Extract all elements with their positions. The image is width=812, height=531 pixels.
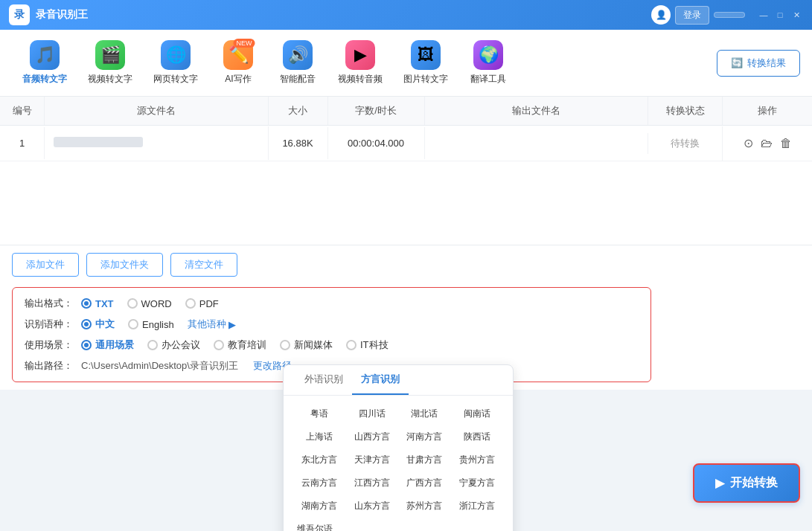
tab-dialect[interactable]: 方言识别 bbox=[352, 365, 409, 395]
table-area: 编号 源文件名 大小 字数/时长 输出文件名 转换状态 操作 1 16.88K … bbox=[0, 97, 812, 245]
nav-video-label: 视频转文字 bbox=[88, 73, 132, 86]
nav-ai[interactable]: NEW ✏️ AI写作 bbox=[208, 37, 268, 88]
login-button[interactable]: 登录 bbox=[675, 6, 709, 25]
preview-icon[interactable]: ⊙ bbox=[744, 136, 753, 150]
v2a-icon: ▶ bbox=[345, 40, 375, 70]
cell-size: 16.88K bbox=[269, 127, 328, 159]
delete-icon[interactable]: 🗑 bbox=[780, 137, 792, 150]
nav-img[interactable]: 🖼 图片转文字 bbox=[393, 37, 458, 88]
add-file-button[interactable]: 添加文件 bbox=[12, 253, 79, 277]
format-word-radio[interactable] bbox=[127, 298, 138, 309]
tts-icon: 🔊 bbox=[283, 40, 313, 70]
minimize-button[interactable]: — bbox=[757, 8, 770, 22]
col-size: 大小 bbox=[269, 97, 328, 125]
dialect-zhejiang[interactable]: 浙江方言 bbox=[453, 497, 502, 515]
lang-popup: 外语识别 方言识别 粤语 四川话 湖北话 闽南话 上海话 山西方言 河南方言 陕… bbox=[283, 364, 514, 531]
nav-img-label: 图片转文字 bbox=[403, 73, 448, 86]
nav-v2a[interactable]: ▶ 视频转音频 bbox=[327, 37, 393, 88]
cell-duration: 00:00:04.000 bbox=[328, 127, 425, 159]
lang-zh[interactable]: 中文 bbox=[81, 318, 115, 331]
dialect-hunan[interactable]: 湖南方言 bbox=[295, 497, 344, 515]
dialect-minnan[interactable]: 闽南话 bbox=[453, 405, 502, 423]
dialect-gansu[interactable]: 甘肃方言 bbox=[400, 451, 449, 469]
scene-row: 使用场景： 通用场景 办公会议 教育培训 bbox=[25, 338, 639, 352]
dialect-jiangxi[interactable]: 江西方言 bbox=[348, 474, 397, 492]
nav-audio[interactable]: 🎵 音频转文字 bbox=[12, 37, 77, 88]
cell-id: 1 bbox=[0, 127, 45, 159]
trans-icon: 🌍 bbox=[473, 40, 503, 70]
lang-options: 中文 English 其他语种 ▶ bbox=[81, 318, 236, 331]
nav-ai-label: AI写作 bbox=[225, 73, 251, 86]
dialect-shaanxi[interactable]: 陕西话 bbox=[453, 428, 502, 446]
nav-tts[interactable]: 🔊 智能配音 bbox=[268, 37, 327, 88]
convert-result-button[interactable]: 🔄 转换结果 bbox=[717, 50, 800, 77]
scene-label: 使用场景： bbox=[25, 338, 75, 352]
nav-web-label: 网页转文字 bbox=[153, 73, 198, 86]
nav-trans-label: 翻译工具 bbox=[470, 73, 506, 86]
other-lang-link[interactable]: 其他语种 ▶ bbox=[188, 318, 236, 331]
lang-label: 识别语种： bbox=[25, 318, 75, 331]
path-value: C:\Users\Admin\Desktop\录音识别王 bbox=[81, 359, 238, 373]
scene-media-radio[interactable] bbox=[280, 340, 290, 350]
dialect-dongbei[interactable]: 东北方言 bbox=[295, 451, 344, 469]
format-row: 输出格式： TXT WORD PDF bbox=[25, 297, 639, 310]
dialect-shandong[interactable]: 山东方言 bbox=[348, 497, 397, 515]
start-button-area: ▶ 开始转换 bbox=[693, 463, 800, 503]
dialect-shanxi[interactable]: 山西方言 bbox=[348, 428, 397, 446]
dialect-sichuan[interactable]: 四川话 bbox=[348, 405, 397, 423]
chevron-right-icon: ▶ bbox=[228, 319, 236, 330]
cell-actions: ⊙ 🗁 🗑 bbox=[723, 126, 812, 161]
maximize-button[interactable]: □ bbox=[773, 8, 787, 22]
dialect-hubei[interactable]: 湖北话 bbox=[400, 405, 449, 423]
dialect-cantonese[interactable]: 粤语 bbox=[295, 405, 344, 423]
lang-en[interactable]: English bbox=[128, 319, 174, 330]
tab-foreign[interactable]: 外语识别 bbox=[295, 365, 352, 395]
scene-it-radio[interactable] bbox=[346, 340, 357, 350]
dialect-guizhou[interactable]: 贵州方言 bbox=[453, 451, 502, 469]
dialect-yunnan[interactable]: 云南方言 bbox=[295, 474, 344, 492]
lang-zh-label: 中文 bbox=[95, 318, 115, 331]
scene-meeting[interactable]: 办公会议 bbox=[147, 338, 200, 352]
refresh-icon: 🔄 bbox=[731, 57, 743, 68]
close-button[interactable]: ✕ bbox=[790, 8, 803, 22]
col-id: 编号 bbox=[0, 97, 45, 125]
dialect-suzhou[interactable]: 苏州方言 bbox=[400, 497, 449, 515]
clear-button[interactable]: 清空文件 bbox=[170, 253, 237, 277]
format-pdf-radio[interactable] bbox=[185, 298, 196, 309]
start-convert-button[interactable]: ▶ 开始转换 bbox=[693, 463, 800, 503]
scene-edu-radio[interactable] bbox=[214, 340, 224, 350]
format-word-label: WORD bbox=[141, 298, 172, 309]
lang-en-radio[interactable] bbox=[128, 319, 138, 329]
format-options: TXT WORD PDF bbox=[81, 298, 219, 309]
format-txt[interactable]: TXT bbox=[81, 298, 114, 309]
add-folder-button[interactable]: 添加文件夹 bbox=[86, 253, 163, 277]
dialect-shanghai[interactable]: 上海话 bbox=[295, 428, 344, 446]
format-txt-radio[interactable] bbox=[81, 298, 92, 309]
username-box bbox=[714, 12, 745, 18]
scene-media[interactable]: 新闻媒体 bbox=[280, 338, 333, 352]
dialect-uyghur[interactable]: 维吾尔语 bbox=[295, 520, 501, 531]
dialect-henan[interactable]: 河南方言 bbox=[400, 428, 449, 446]
nav-trans[interactable]: 🌍 翻译工具 bbox=[458, 37, 518, 88]
app-title: 录音识别王 bbox=[36, 8, 651, 22]
format-word[interactable]: WORD bbox=[127, 298, 172, 309]
scene-general[interactable]: 通用场景 bbox=[81, 338, 134, 352]
scene-meeting-radio[interactable] bbox=[147, 340, 158, 350]
scene-it[interactable]: IT科技 bbox=[346, 338, 389, 352]
col-duration: 字数/时长 bbox=[328, 97, 425, 125]
nav-video[interactable]: 🎬 视频转文字 bbox=[77, 37, 143, 88]
action-buttons: ⊙ 🗁 🗑 bbox=[732, 136, 803, 150]
format-pdf[interactable]: PDF bbox=[185, 298, 219, 309]
dialect-ningxia[interactable]: 宁夏方言 bbox=[453, 474, 502, 492]
scene-general-radio[interactable] bbox=[81, 340, 92, 350]
dialect-tianjin[interactable]: 天津方言 bbox=[348, 451, 397, 469]
nav-web[interactable]: 🌐 网页转文字 bbox=[143, 37, 208, 88]
folder-icon[interactable]: 🗁 bbox=[761, 137, 773, 150]
dialect-guangxi[interactable]: 广西方言 bbox=[400, 474, 449, 492]
start-label: 开始转换 bbox=[730, 475, 778, 491]
col-status: 转换状态 bbox=[648, 97, 723, 125]
play-icon: ▶ bbox=[715, 476, 724, 490]
scene-edu[interactable]: 教育培训 bbox=[214, 338, 266, 352]
window-controls: — □ ✕ bbox=[757, 8, 803, 22]
lang-zh-radio[interactable] bbox=[81, 319, 92, 329]
